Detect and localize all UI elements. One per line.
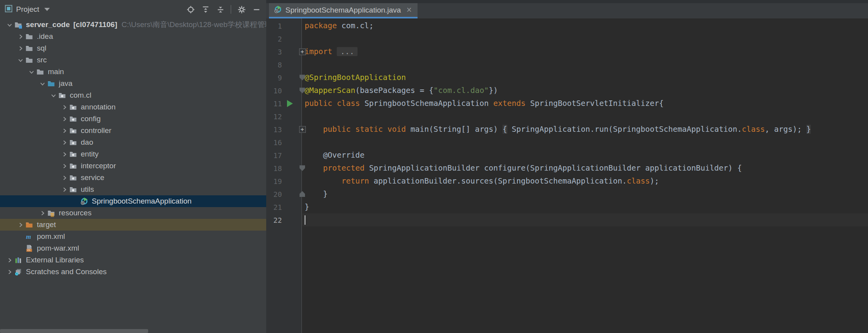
package-icon bbox=[69, 127, 80, 135]
code-line-19[interactable]: 19 return applicationBuilder.sources(Spr… bbox=[266, 175, 868, 187]
chevron-collapsed-icon[interactable] bbox=[15, 33, 25, 40]
gutter-cell: 16 bbox=[266, 136, 302, 149]
tree-item-scratches-and-consoles[interactable]: Scratches and Consoles bbox=[0, 266, 266, 278]
tree-item-label: com.cl bbox=[70, 91, 91, 100]
file-xml-icon: <> bbox=[25, 245, 36, 252]
package-icon bbox=[69, 186, 80, 193]
chevron-collapsed-icon[interactable] bbox=[59, 127, 69, 134]
code-line-21[interactable]: 21} bbox=[266, 200, 868, 213]
toolbar-separator bbox=[231, 5, 231, 14]
tree-item-springbootschemaapplication[interactable]: SpringbootSchemaApplication bbox=[0, 195, 266, 207]
code-line-12[interactable]: 12 bbox=[266, 110, 868, 123]
tree-item-external-libraries[interactable]: External Libraries bbox=[0, 254, 266, 266]
scratches-icon bbox=[15, 268, 25, 276]
tree-item-entity[interactable]: entity bbox=[0, 148, 266, 160]
package-icon bbox=[69, 174, 80, 182]
code-line-3[interactable]: 3+import ... bbox=[266, 45, 868, 58]
chevron-expanded-icon[interactable] bbox=[15, 57, 25, 64]
chevron-collapsed-icon[interactable] bbox=[59, 163, 69, 169]
settings-button[interactable] bbox=[235, 3, 248, 16]
package-icon bbox=[69, 139, 80, 146]
code-line-20[interactable]: 20 } bbox=[266, 187, 868, 200]
tree-item-service[interactable]: service bbox=[0, 172, 266, 184]
tree-item-src[interactable]: src bbox=[0, 54, 266, 66]
tree-item-target[interactable]: target bbox=[0, 219, 266, 231]
chevron-collapsed-icon[interactable] bbox=[59, 116, 69, 122]
tree-item-com-cl[interactable]: com.cl bbox=[0, 89, 266, 101]
chevron-collapsed-icon[interactable] bbox=[15, 222, 25, 228]
close-icon[interactable]: × bbox=[407, 5, 412, 15]
svg-text:<>: <> bbox=[27, 248, 31, 252]
gutter-cell: 17 bbox=[266, 149, 302, 162]
fold-plus-icon[interactable]: + bbox=[298, 48, 307, 55]
code-line-text bbox=[302, 213, 868, 226]
project-tree: server_code[cl07471106]C:\Users\南音\Deskt… bbox=[0, 19, 266, 278]
code-line-22[interactable]: 22 bbox=[266, 213, 868, 226]
expand-all-button[interactable] bbox=[199, 3, 212, 16]
tree-item-idea[interactable]: .idea bbox=[0, 31, 266, 42]
package-icon bbox=[69, 104, 80, 111]
gutter-cell: 22 bbox=[266, 213, 302, 226]
chevron-collapsed-icon[interactable] bbox=[59, 104, 69, 111]
hide-button[interactable] bbox=[250, 3, 263, 16]
tree-item-config[interactable]: config bbox=[0, 113, 266, 125]
line-number: 16 bbox=[273, 138, 282, 146]
chevron-collapsed-icon[interactable] bbox=[4, 269, 15, 275]
chevron-collapsed-icon[interactable] bbox=[59, 175, 69, 181]
tree-item-utils[interactable]: utils bbox=[0, 184, 266, 195]
code-line-11[interactable]: 11public class SpringbootSchemaApplicati… bbox=[266, 97, 868, 110]
project-horizontal-scrollbar[interactable] bbox=[0, 329, 148, 333]
chevron-expanded-icon[interactable] bbox=[48, 92, 58, 99]
code-line-2[interactable]: 2 bbox=[266, 32, 868, 45]
fold-open-icon[interactable] bbox=[298, 165, 307, 171]
tree-item-label: annotation bbox=[81, 103, 116, 111]
tree-item-controller[interactable]: controller bbox=[0, 125, 266, 136]
tab-springbootschemaapplication-java[interactable]: SpringbootSchemaApplication.java × bbox=[269, 3, 418, 18]
chevron-expanded-icon[interactable] bbox=[26, 69, 36, 75]
chevron-collapsed-icon[interactable] bbox=[59, 186, 69, 193]
tree-item-pom-war-xml[interactable]: <>pom-war.xml bbox=[0, 242, 266, 254]
locate-button[interactable] bbox=[184, 3, 197, 16]
tree-item-java[interactable]: java bbox=[0, 78, 266, 89]
chevron-collapsed-icon[interactable] bbox=[59, 139, 69, 146]
chevron-expanded-icon[interactable] bbox=[37, 80, 47, 87]
folder-icon bbox=[25, 56, 36, 64]
code-line-text: public class SpringbootSchemaApplication… bbox=[302, 97, 868, 110]
tab-label: SpringbootSchemaApplication.java bbox=[285, 6, 401, 15]
tree-item-interceptor[interactable]: interceptor bbox=[0, 160, 266, 172]
line-number: 17 bbox=[273, 151, 282, 159]
fold-plus-icon[interactable]: + bbox=[298, 126, 307, 133]
tree-item-dao[interactable]: dao bbox=[0, 136, 266, 148]
code-line-18[interactable]: 18 protected SpringApplicationBuilder co… bbox=[266, 162, 868, 175]
chevron-collapsed-icon[interactable] bbox=[4, 257, 15, 264]
tree-item-server-code[interactable]: server_code[cl07471106]C:\Users\南音\Deskt… bbox=[0, 19, 266, 31]
code-line-8[interactable]: 8 bbox=[266, 58, 868, 71]
tree-item-annotation[interactable]: annotation bbox=[0, 101, 266, 113]
fold-open-icon[interactable] bbox=[298, 87, 307, 93]
chevron-collapsed-icon[interactable] bbox=[37, 210, 47, 217]
fold-close-icon[interactable] bbox=[298, 191, 307, 197]
run-class-icon[interactable] bbox=[285, 100, 294, 107]
chevron-collapsed-icon[interactable] bbox=[15, 45, 25, 52]
code-line-17[interactable]: 17 @Override bbox=[266, 149, 868, 162]
code-lines: 1package com.cl;23+import ...89@SpringBo… bbox=[266, 18, 868, 226]
collapse-all-button[interactable] bbox=[214, 3, 227, 16]
tree-item-label: java bbox=[59, 79, 73, 88]
code-editor[interactable]: 1package com.cl;23+import ...89@SpringBo… bbox=[266, 18, 868, 333]
code-line-1[interactable]: 1package com.cl; bbox=[266, 19, 868, 32]
chevron-expanded-icon[interactable] bbox=[4, 22, 15, 28]
folder-src-icon bbox=[47, 80, 58, 87]
chevron-collapsed-icon[interactable] bbox=[59, 151, 69, 158]
code-line-10[interactable]: 10@MapperScan(basePackages = {"com.cl.da… bbox=[266, 84, 868, 97]
tree-item-main[interactable]: main bbox=[0, 66, 266, 78]
code-line-13[interactable]: 13+ public static void main(String[] arg… bbox=[266, 123, 868, 136]
tree-item-resources[interactable]: resources bbox=[0, 207, 266, 219]
tree-item-sql[interactable]: sql bbox=[0, 42, 266, 54]
folder-resources-icon bbox=[47, 209, 58, 217]
project-view-selector[interactable]: Project bbox=[5, 5, 50, 14]
code-line-text: protected SpringApplicationBuilder confi… bbox=[302, 162, 868, 175]
fold-open-icon[interactable] bbox=[298, 75, 307, 80]
code-line-16[interactable]: 16 bbox=[266, 136, 868, 149]
code-line-9[interactable]: 9@SpringBootApplication bbox=[266, 71, 868, 84]
tree-item-pom-xml[interactable]: mpom.xml bbox=[0, 231, 266, 242]
